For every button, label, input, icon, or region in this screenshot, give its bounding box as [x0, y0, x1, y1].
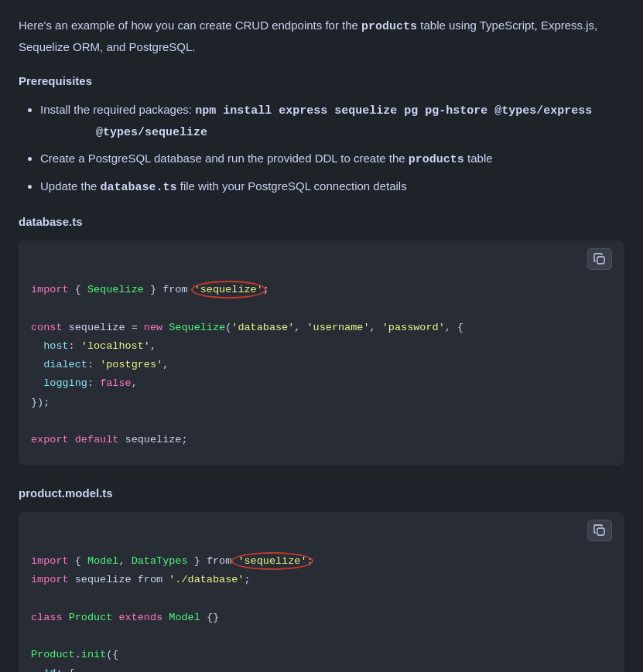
database-ts-block: import { Sequelize } from 'sequelize'; c… — [19, 240, 624, 466]
code-line-pm-4: class Product extends Model {} — [31, 609, 612, 627]
code-line-db-5: dialect: 'postgres', — [31, 356, 612, 374]
code-line-pm-5 — [31, 627, 612, 646]
code-line-db-8 — [31, 412, 612, 431]
prerequisites-title: Prerequisites — [19, 72, 624, 90]
code-line-pm-1: import { Model, DataTypes } from 'sequel… — [31, 552, 612, 571]
prereq-3-text-before: Update the — [40, 179, 101, 193]
prereq-2-code: products — [409, 153, 464, 166]
product-model-ts-block: import { Model, DataTypes } from 'sequel… — [19, 512, 624, 672]
product-model-ts-title: product.model.ts — [19, 484, 624, 503]
product-model-ts-header — [19, 512, 624, 546]
list-item-3: Update the database.ts file with your Po… — [40, 176, 624, 198]
list-item-2: Create a PostgreSQL database and run the… — [40, 148, 624, 170]
prereq-3-code: database.ts — [101, 181, 177, 194]
svg-rect-0 — [597, 257, 604, 264]
intro-text-before: Here's an example of how you can create … — [19, 19, 361, 32]
code-line-db-4: host: 'localhost', — [31, 337, 612, 356]
svg-rect-1 — [597, 528, 604, 535]
copy-button-database-ts[interactable] — [587, 248, 612, 270]
copy-icon-2 — [593, 524, 606, 537]
copy-icon — [593, 253, 606, 265]
prerequisites-list: Install the required packages: npm insta… — [19, 100, 624, 197]
prereq-3-text-after: file with your PostgreSQL connection det… — [177, 179, 407, 193]
database-ts-header — [19, 240, 624, 275]
code-line-db-3: const sequelize = new Sequelize('databas… — [31, 319, 612, 337]
intro-paragraph: Here's an example of how you can create … — [19, 15, 624, 56]
code-line-pm-3 — [31, 589, 612, 608]
prereq-2-text-before: Create a PostgreSQL database and run the… — [40, 152, 409, 165]
code-line-db-6: logging: false, — [31, 374, 612, 393]
code-line-pm-7: id: { — [31, 664, 612, 672]
prereq-2-text-after: table — [464, 152, 493, 165]
prereq-1-text-before: Install the required packages: — [40, 103, 195, 116]
code-line-db-7: }); — [31, 394, 612, 412]
code-line-db-2 — [31, 299, 612, 318]
code-line-db-1: import { Sequelize } from 'sequelize'; — [31, 281, 612, 299]
code-line-db-9: export default sequelize; — [31, 431, 612, 449]
product-model-ts-content: import { Model, DataTypes } from 'sequel… — [19, 546, 624, 672]
copy-button-product-model-ts[interactable] — [587, 520, 612, 541]
list-item-1: Install the required packages: npm insta… — [40, 100, 624, 142]
code-line-pm-2: import sequelize from './database'; — [31, 571, 612, 589]
intro-code-products: products — [361, 20, 417, 33]
database-ts-content: import { Sequelize } from 'sequelize'; c… — [19, 275, 624, 466]
code-line-pm-6: Product.init({ — [31, 646, 612, 664]
database-ts-title: database.ts — [19, 213, 624, 231]
